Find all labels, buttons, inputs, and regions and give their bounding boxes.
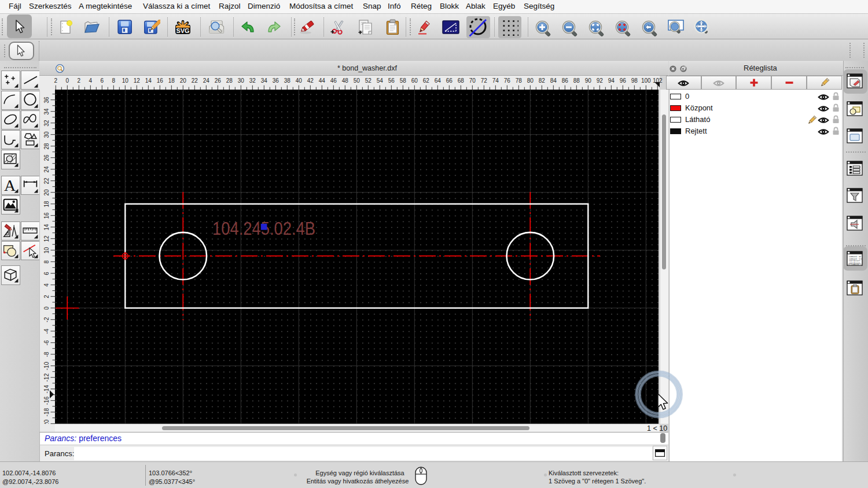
svg-text:SVG: SVG <box>176 27 189 34</box>
svg-text:> command: > command <box>849 264 859 266</box>
svg-text:A: A <box>3 176 15 194</box>
